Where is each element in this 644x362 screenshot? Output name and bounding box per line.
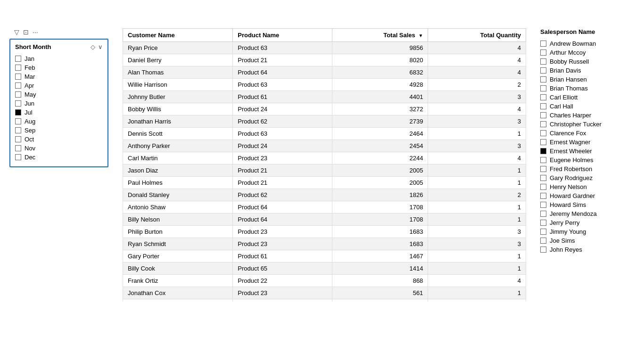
month-item-apr[interactable]: Apr: [15, 81, 103, 90]
table-row[interactable]: Jason DiazProduct 2120051: [123, 165, 526, 177]
salesperson-checkbox[interactable]: [540, 85, 546, 91]
salesperson-checkbox[interactable]: [540, 202, 546, 208]
checkbox-feb[interactable]: [15, 65, 21, 71]
salesperson-item[interactable]: Arthur Mccoy: [540, 48, 635, 57]
salesperson-checkbox[interactable]: [540, 166, 546, 172]
month-item-mar[interactable]: Mar: [15, 72, 103, 81]
salesperson-checkbox[interactable]: [540, 139, 546, 145]
month-item-may[interactable]: May: [15, 90, 103, 99]
clear-icon[interactable]: ◇: [91, 43, 95, 50]
salesperson-checkbox[interactable]: [540, 94, 546, 100]
checkbox-dec[interactable]: [15, 154, 21, 160]
salesperson-item[interactable]: Jimmy Young: [540, 227, 635, 236]
salesperson-item[interactable]: Gary Rodriguez: [540, 173, 635, 182]
salesperson-item[interactable]: Jerry Perry: [540, 218, 635, 227]
salesperson-item[interactable]: Ernest Wagner: [540, 138, 635, 147]
salesperson-checkbox[interactable]: [540, 157, 546, 163]
salesperson-item[interactable]: Joe Sims: [540, 236, 635, 245]
salesperson-item[interactable]: Howard Sims: [540, 200, 635, 209]
collapse-icon[interactable]: ∨: [98, 43, 103, 50]
month-item-jun[interactable]: Jun: [15, 99, 103, 108]
salesperson-checkbox[interactable]: [540, 67, 546, 74]
col-total-sales[interactable]: Total Sales ▼: [332, 29, 428, 42]
salesperson-item[interactable]: Fred Robertson: [540, 165, 635, 173]
more-icon[interactable]: ···: [33, 28, 38, 36]
salesperson-item[interactable]: Andrew Bowman: [540, 39, 635, 48]
table-row[interactable]: Anthony ParkerProduct 2424543: [123, 140, 526, 152]
salesperson-checkbox[interactable]: [540, 229, 546, 235]
salesperson-item[interactable]: Carl Elliott: [540, 93, 635, 102]
table-row[interactable]: Willie HarrisonProduct 6349282: [123, 79, 526, 91]
month-item-sep[interactable]: Sep: [15, 126, 103, 135]
salesperson-checkbox[interactable]: [540, 130, 546, 136]
salesperson-item[interactable]: Bobby Russell: [540, 57, 635, 66]
table-row[interactable]: Alan ThomasProduct 6468324: [123, 66, 526, 79]
table-row[interactable]: Paul HolmesProduct 2120051: [123, 177, 526, 189]
checkbox-apr[interactable]: [15, 82, 21, 89]
salesperson-item[interactable]: Clarence Fox: [540, 129, 635, 138]
checkbox-jun[interactable]: [15, 100, 21, 107]
month-item-oct[interactable]: Oct: [15, 135, 103, 144]
salesperson-checkbox[interactable]: [540, 211, 546, 217]
table-row[interactable]: Bobby WillisProduct 2432724: [123, 103, 526, 115]
checkbox-mar[interactable]: [15, 74, 21, 80]
salesperson-checkbox[interactable]: [540, 238, 546, 244]
salesperson-checkbox[interactable]: [540, 112, 546, 118]
salesperson-item[interactable]: Christopher Tucker: [540, 120, 635, 129]
checkbox-jul[interactable]: [15, 109, 21, 115]
salesperson-checkbox[interactable]: [540, 58, 546, 65]
table-row[interactable]: Philip BurtonProduct 2316833: [123, 226, 526, 238]
checkbox-aug[interactable]: [15, 118, 21, 124]
table-row[interactable]: Gary PorterProduct 6114671: [123, 250, 526, 263]
table-row[interactable]: Johnny ButlerProduct 6144013: [123, 91, 526, 103]
checkbox-may[interactable]: [15, 91, 21, 98]
table-row[interactable]: Jonathan CoxProduct 235611: [123, 287, 526, 299]
table-row[interactable]: Jonathan HarrisProduct 6227393: [123, 115, 526, 128]
month-item-feb[interactable]: Feb: [15, 63, 103, 72]
table-row[interactable]: Billy NelsonProduct 6417081: [123, 214, 526, 226]
table-row[interactable]: Carl MartinProduct 2322444: [123, 152, 526, 165]
filter-icon[interactable]: ▽: [14, 28, 19, 36]
month-item-jul[interactable]: Jul: [15, 108, 103, 117]
col-total-quantity[interactable]: Total Quantity: [428, 29, 526, 42]
checkbox-jan[interactable]: [15, 56, 21, 62]
salesperson-item[interactable]: Carl Hall: [540, 102, 635, 111]
salesperson-item[interactable]: Charles Harper: [540, 111, 635, 120]
month-item-aug[interactable]: Aug: [15, 117, 103, 126]
col-product-name[interactable]: Product Name: [233, 29, 332, 42]
month-item-jan[interactable]: Jan: [15, 54, 103, 63]
salesperson-checkbox[interactable]: [540, 49, 546, 56]
checkbox-nov[interactable]: [15, 145, 21, 151]
col-customer-name[interactable]: Customer Name: [123, 29, 233, 42]
salesperson-item[interactable]: Howard Gardner: [540, 191, 635, 200]
salesperson-item[interactable]: Brian Thomas: [540, 84, 635, 93]
table-wrapper[interactable]: Customer Name Product Name Total Sales ▼…: [123, 28, 526, 302]
month-item-dec[interactable]: Dec: [15, 153, 103, 162]
salesperson-item[interactable]: Brian Davis: [540, 66, 635, 75]
salesperson-item[interactable]: John Reyes: [540, 245, 635, 254]
month-item-nov[interactable]: Nov: [15, 144, 103, 153]
salesperson-item[interactable]: Eugene Holmes: [540, 156, 635, 165]
salesperson-checkbox[interactable]: [540, 247, 546, 253]
salesperson-item[interactable]: Ernest Wheeler: [540, 147, 635, 156]
table-row[interactable]: Ryan SchmidtProduct 2316833: [123, 238, 526, 250]
table-row[interactable]: Frank OrtizProduct 228684: [123, 275, 526, 287]
checkbox-sep[interactable]: [15, 127, 21, 133]
salesperson-item[interactable]: Henry Nelson: [540, 182, 635, 191]
table-row[interactable]: Daniel BerryProduct 2180204: [123, 54, 526, 66]
salesperson-checkbox[interactable]: [540, 193, 546, 199]
salesperson-checkbox[interactable]: [540, 184, 546, 190]
salesperson-item[interactable]: Brian Hansen: [540, 75, 635, 84]
checkbox-oct[interactable]: [15, 136, 21, 142]
table-row[interactable]: Ryan PriceProduct 6398564: [123, 42, 526, 54]
salesperson-checkbox[interactable]: [540, 103, 546, 109]
table-icon[interactable]: ⊡: [23, 28, 29, 36]
table-row[interactable]: Kenneth P...Product 231212: [123, 299, 526, 302]
salesperson-checkbox[interactable]: [540, 148, 546, 154]
table-row[interactable]: Antonio ShawProduct 6417081: [123, 201, 526, 214]
salesperson-item[interactable]: Jeremy Mendoza: [540, 209, 635, 218]
salesperson-checkbox[interactable]: [540, 220, 546, 226]
salesperson-checkbox[interactable]: [540, 41, 546, 47]
salesperson-checkbox[interactable]: [540, 121, 546, 127]
table-row[interactable]: Billy CookProduct 6514141: [123, 263, 526, 275]
